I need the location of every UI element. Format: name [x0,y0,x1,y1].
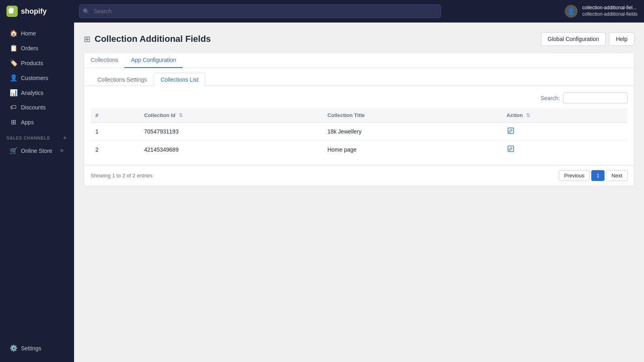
sidebar-item-label: Apps [21,119,34,125]
add-sales-channel-icon[interactable]: ＋ [62,134,68,142]
sidebar-item-online-store[interactable]: 🛒 Online Store 👁 [3,144,71,158]
svg-rect-1 [508,128,514,134]
sidebar-item-apps[interactable]: ⊞ Apps [3,115,71,129]
previous-button[interactable]: Previous [559,170,590,181]
table-row: 2 42145349689 Home page [91,141,627,159]
sales-channels-label: SALES CHANNELS [6,136,50,140]
sidebar-item-home[interactable]: 🏠 Home [3,26,71,40]
sub-tabs-bar: Collections Settings Collections List [84,68,634,86]
sidebar-item-label: Settings [21,345,41,352]
cell-collection-id: 70547931193 [139,123,322,141]
tab-collections[interactable]: Collections [84,53,124,68]
cell-collection-title: Home page [322,141,502,159]
sidebar-bottom: ⚙️ Settings [0,341,74,359]
sidebar-item-label: Online Store [21,148,52,154]
sidebar-item-customers[interactable]: 👤 Customers [3,71,71,85]
next-button[interactable]: Next [606,170,627,181]
cell-action [502,123,627,141]
search-label: Search: [541,95,560,101]
global-configuration-button[interactable]: Global Configuration [541,32,606,46]
account-name: collection-additional-fiel... [582,5,638,11]
sales-channels-section: SALES CHANNELS ＋ [0,130,74,143]
sidebar-item-orders[interactable]: 📋 Orders [3,41,71,55]
pagination-row: Showing 1 to 2 of 2 entries Previous 1 N… [84,165,634,186]
home-icon: 🏠 [10,29,17,37]
table-search-row: Search: [91,93,627,103]
cell-action [502,141,627,159]
main-tabs-bar: Collections App Configuration [84,53,634,68]
cell-num: 2 [91,141,139,159]
apps-icon: ⊞ [10,118,17,126]
page-title: Collection Additional Fields [95,34,211,44]
page-header: ⊞ Collection Additional Fields Global Co… [84,32,634,46]
edit-button[interactable] [507,145,515,154]
sidebar-item-settings[interactable]: ⚙️ Settings [3,341,71,355]
help-button[interactable]: Help [609,32,634,46]
sidebar-item-label: Orders [21,45,38,51]
page-1-button[interactable]: 1 [591,170,605,181]
sidebar-item-label: Home [21,30,36,37]
showing-text: Showing 1 to 2 of 2 entries [91,173,153,179]
page-title-icon: ⊞ [84,34,91,44]
pagination-buttons: Previous 1 Next [559,170,627,181]
col-action: Action ⇅ [502,108,627,123]
customers-icon: 👤 [10,74,17,82]
sidebar-item-label: Analytics [21,90,43,96]
action-sort-icon: ⇅ [526,113,530,118]
main-tabs-card: Collections App Configuration Collection… [84,52,634,186]
settings-icon: ⚙️ [10,344,17,352]
tab-app-configuration[interactable]: App Configuration [124,53,182,68]
page-title-row: ⊞ Collection Additional Fields [84,34,211,44]
cell-collection-id: 42145349689 [139,141,322,159]
topbar: shopify 👤 collection-additional-fiel... … [0,0,644,23]
edit-button[interactable] [507,127,515,136]
cell-num: 1 [91,123,139,141]
sidebar-item-label: Discounts [21,104,45,111]
sub-tab-collections-list[interactable]: Collections List [154,73,205,86]
sort-icon[interactable]: ⇅ [179,113,183,118]
account-info: collection-additional-fiel... collection… [582,5,638,17]
orders-icon: 📋 [10,44,17,52]
avatar: 👤 [565,5,578,18]
page-header-actions: Global Configuration Help [541,32,634,46]
topbar-right: 👤 collection-additional-fiel... collecti… [565,5,638,18]
col-collection-title: Collection Title [322,108,502,123]
content-area: ⊞ Collection Additional Fields Global Co… [74,23,644,362]
discounts-icon: 🏷 [10,104,17,111]
table-row: 1 70547931193 18k Jewellery [91,123,627,141]
sidebar-nav: 🏠 Home 📋 Orders 🏷️ Products 👤 Customers … [0,26,74,158]
analytics-icon: 📊 [10,89,17,97]
search-wrapper [79,4,441,18]
search-input[interactable] [79,4,441,18]
sidebar-item-discounts[interactable]: 🏷 Discounts [3,101,71,114]
visibility-icon: 👁 [60,148,64,154]
col-num: # [91,108,139,123]
cell-collection-title: 18k Jewellery [322,123,502,141]
account-sub: collection-additional-fields [582,11,638,18]
logo-text: shopify [21,7,47,16]
collections-table: # Collection Id ⇅ Collection Title Actio… [91,108,627,158]
logo[interactable]: shopify [6,6,79,17]
sidebar: 🏠 Home 📋 Orders 🏷️ Products 👤 Customers … [0,23,74,362]
sidebar-item-analytics[interactable]: 📊 Analytics [3,86,71,100]
col-collection-id: Collection Id ⇅ [139,108,322,123]
products-icon: 🏷️ [10,59,17,67]
sidebar-item-label: Customers [21,75,48,81]
table-header-row: # Collection Id ⇅ Collection Title Actio… [91,108,627,123]
svg-rect-2 [508,146,514,152]
sidebar-item-label: Products [21,60,43,66]
sub-tab-collections-settings[interactable]: Collections Settings [91,73,154,86]
online-store-icon: 🛒 [10,147,17,154]
sidebar-item-products[interactable]: 🏷️ Products [3,56,71,70]
main-layout: 🏠 Home 📋 Orders 🏷️ Products 👤 Customers … [0,23,644,362]
table-search-input[interactable] [563,93,627,103]
table-area: Search: # Collection Id ⇅ [84,86,634,165]
